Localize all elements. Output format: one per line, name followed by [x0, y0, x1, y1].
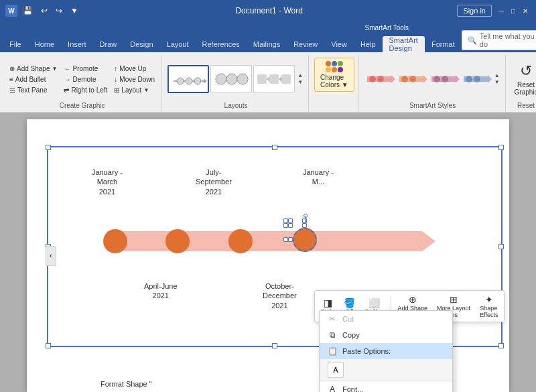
smartart-styles-label: SmartArt Styles [409, 102, 456, 111]
promote-btn[interactable]: ← Promote [61, 64, 110, 74]
demote-btn[interactable]: → Demote [61, 74, 110, 84]
tab-help[interactable]: Help [354, 36, 383, 52]
sel-handle-bl[interactable] [288, 218, 293, 223]
tab-layout[interactable]: Layout [160, 36, 196, 52]
move-down-btn[interactable]: ↓ Move Down [111, 74, 157, 84]
tab-smartart-design[interactable]: SmartArt Design [383, 36, 425, 52]
reset-graphic-label: ResetGraphic [515, 81, 536, 96]
layout-scroll-arrows[interactable]: ▲ ▼ [296, 72, 304, 85]
label-july-sept: July-September2021 [196, 168, 232, 196]
demote-label: Demote [72, 76, 96, 83]
format-shape-status: Format Shape " [100, 380, 152, 388]
layout-thumb-3[interactable] [253, 65, 295, 93]
color-dots [326, 61, 343, 72]
tab-format[interactable]: Format [425, 36, 462, 52]
sel-handle-ml[interactable] [288, 237, 293, 242]
cm-cut[interactable]: ✂ Cut [320, 311, 452, 327]
tab-design[interactable]: Design [123, 36, 159, 52]
scroll-down-icon[interactable]: ▼ [297, 79, 303, 86]
layout-thumbnails: ▲ ▼ [168, 65, 304, 93]
layout-thumb-1[interactable] [168, 65, 209, 93]
styles-scroll-up-icon[interactable]: ▲ [494, 72, 500, 79]
tab-home[interactable]: Home [28, 36, 61, 52]
cm-paste-label: Paste Options: [342, 347, 391, 355]
move-up-icon: ↑ [114, 65, 117, 72]
sel-handle-br[interactable] [283, 218, 288, 223]
move-down-label: Move Down [119, 76, 155, 83]
sel-handle-tl[interactable] [288, 223, 293, 228]
save-btn[interactable]: 💾 [20, 5, 36, 17]
right-to-left-btn[interactable]: ⇄ Right to Left [61, 85, 110, 95]
rotation-handle[interactable] [304, 214, 308, 218]
cm-font[interactable]: A Font... [320, 381, 452, 392]
tell-me-input[interactable]: 🔍 Tell me what you want to do [462, 30, 536, 50]
layout-icon: ⊞ [114, 86, 119, 94]
tab-draw[interactable]: Draw [93, 36, 124, 52]
scroll-up-icon[interactable]: ▲ [297, 72, 303, 79]
tab-insert[interactable]: Insert [61, 36, 93, 52]
shape-effects-mini-btn[interactable]: ✦ ShapeEffects [477, 293, 500, 320]
label-jan-march-2: January -M... [303, 168, 334, 187]
sign-in-button[interactable]: Sign in [457, 5, 492, 17]
svg-marker-11 [279, 76, 281, 82]
sel-handle-mr[interactable] [283, 237, 288, 242]
smartart-tools-bar: SmartArt Tools [0, 21, 536, 34]
restore-btn[interactable]: □ [508, 5, 519, 16]
sel-handle-tm[interactable] [302, 223, 307, 228]
color-dot-3 [338, 61, 343, 66]
svg-point-4 [194, 78, 201, 84]
cm-paste-options[interactable]: 📋 Paste Options: [320, 343, 452, 359]
svg-marker-1 [204, 78, 207, 84]
tab-view[interactable]: View [324, 36, 354, 52]
svg-rect-12 [281, 74, 291, 84]
timeline-circle-2[interactable] [165, 229, 190, 253]
minimize-btn[interactable]: ─ [496, 5, 507, 16]
change-colors-btn[interactable]: ChangeColors ▼ [314, 58, 354, 92]
handle-bl[interactable] [46, 343, 51, 348]
handle-tl[interactable] [46, 145, 51, 150]
timeline-circle-3[interactable] [228, 229, 253, 253]
redo-btn[interactable]: ↪ [53, 5, 65, 17]
tab-references[interactable]: References [196, 36, 247, 52]
cut-icon: ✂ [328, 314, 337, 324]
handle-br[interactable] [498, 343, 504, 348]
layouts-content: ▲ ▼ [168, 56, 304, 102]
layout-thumb-2[interactable] [210, 65, 252, 93]
cm-copy[interactable]: ⧉ Copy [320, 327, 452, 343]
paste-box-1[interactable]: A [328, 362, 344, 378]
add-bullet-btn[interactable]: ≡ Add Bullet [7, 74, 60, 84]
search-icon: 🔍 [468, 36, 477, 45]
handle-tm[interactable] [272, 145, 277, 150]
move-up-btn[interactable]: ↑ Move Up [111, 64, 157, 74]
more-layout-icon: ⊞ [450, 294, 458, 305]
reset-graphic-btn[interactable]: ↺ ResetGraphic [511, 60, 536, 98]
close-btn[interactable]: ✕ [520, 5, 531, 16]
undo-btn[interactable]: ↩ [38, 5, 50, 17]
handle-tr[interactable] [498, 145, 504, 150]
styles-scroll-down-icon[interactable]: ▼ [494, 79, 500, 86]
color-dot-2 [332, 61, 337, 66]
color-dot-1 [326, 61, 331, 66]
tab-file[interactable]: File [3, 36, 28, 52]
create-graphic-content: ⊕ Add Shape ▼ ≡ Add Bullet ☰ Text Pane ←… [7, 56, 157, 102]
tab-mailings[interactable]: Mailings [247, 36, 287, 52]
handle-bm[interactable] [272, 343, 277, 348]
handle-mr[interactable] [498, 244, 504, 249]
selected-circle[interactable] [293, 228, 317, 252]
add-shape-btn[interactable]: ⊕ Add Shape ▼ [7, 64, 60, 74]
collapse-btn[interactable]: ‹ [46, 246, 56, 266]
style-thumb-4[interactable] [461, 67, 493, 91]
customize-btn[interactable]: ▼ [68, 5, 81, 17]
label-april-june: April-June2021 [144, 281, 178, 301]
tab-review[interactable]: Review [287, 36, 324, 52]
timeline-circle-1[interactable] [103, 229, 127, 253]
layout-btn[interactable]: ⊞ Layout ▼ [111, 85, 157, 95]
style-thumb-3[interactable] [429, 67, 461, 91]
copy-icon: ⧉ [328, 330, 337, 340]
style-thumb-2[interactable] [397, 67, 429, 91]
style-thumb-1[interactable] [364, 67, 397, 91]
svg-rect-8 [257, 74, 267, 84]
text-pane-btn[interactable]: ☰ Text Pane [7, 85, 60, 95]
sel-handle-tr[interactable] [283, 223, 288, 228]
styles-scroll-arrows[interactable]: ▲ ▼ [493, 72, 501, 85]
